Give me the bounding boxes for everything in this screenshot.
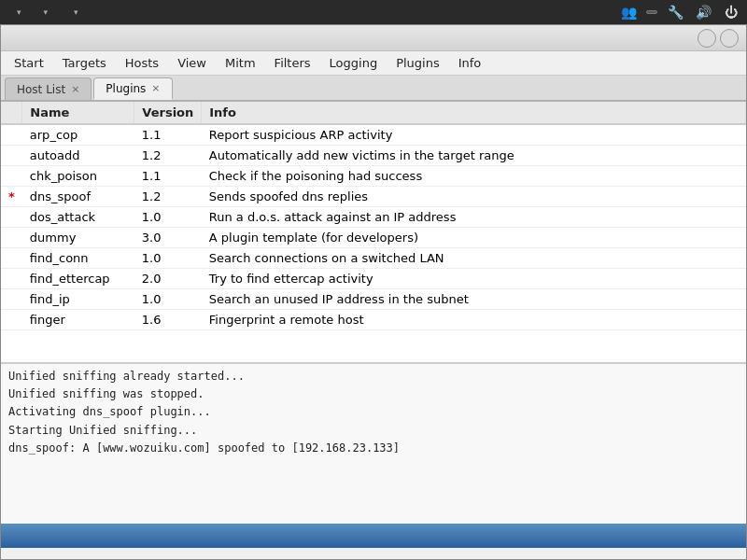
log-line: dns_spoof: A [www.wozuiku.com] spoofed t… [8, 440, 739, 457]
menu-targets[interactable]: Targets [53, 53, 116, 73]
table-row[interactable]: find_ip 1.0 Search an unused IP address … [1, 289, 746, 310]
row-name: find_ettercap [22, 269, 134, 289]
row-marker [1, 166, 22, 187]
plugins-table-container: Name Version Info arp_cop 1.1 Report sus… [1, 102, 746, 363]
log-line: Activating dns_spoof plugin... [8, 403, 739, 421]
row-marker [1, 146, 22, 166]
menu-info[interactable]: Info [449, 53, 491, 73]
row-version: 1.2 [134, 187, 202, 207]
col-info: Info [202, 102, 746, 124]
tab-bar: Host List × Plugins × [1, 76, 746, 102]
row-info: Search connections on a switched LAN [202, 248, 746, 269]
table-row[interactable]: find_conn 1.0 Search connections on a sw… [1, 248, 746, 269]
row-name: dns_spoof [22, 187, 134, 207]
row-version: 1.1 [134, 166, 202, 187]
table-row[interactable]: chk_poison 1.1 Check if the poisoning ha… [1, 166, 746, 187]
menu-filters[interactable]: Filters [265, 53, 320, 73]
ettercap-menu[interactable]: ▾ [59, 6, 86, 19]
row-version: 1.2 [134, 146, 202, 166]
row-name: find_conn [22, 248, 134, 269]
table-row[interactable]: arp_cop 1.1 Report suspicious ARP activi… [1, 124, 746, 146]
row-name: arp_cop [22, 124, 134, 146]
row-marker [1, 269, 22, 289]
row-version: 3.0 [134, 228, 202, 248]
row-version: 1.6 [134, 310, 202, 330]
ettercap-chevron-icon: ▾ [74, 7, 78, 17]
minimize-button[interactable] [698, 29, 716, 48]
row-info: Sends spoofed dns replies [202, 187, 746, 207]
row-version: 1.0 [134, 289, 202, 310]
row-name: dummy [22, 228, 134, 248]
table-row[interactable]: dos_attack 1.0 Run a d.o.s. attack again… [1, 207, 746, 228]
system-bar-left: ▾ ▾ ▾ [6, 6, 86, 19]
tab-host-list[interactable]: Host List × [5, 77, 92, 100]
row-marker [1, 289, 22, 310]
main-window: Start Targets Hosts View Mitm Filters Lo… [0, 24, 747, 560]
workspace-badge[interactable] [646, 10, 657, 14]
system-bar-right: 👥 🔧 🔊 ⏻ [618, 2, 741, 22]
menu-logging[interactable]: Logging [320, 53, 388, 73]
table-row[interactable]: finger 1.6 Fingerprint a remote host [1, 310, 746, 330]
tab-host-list-close[interactable]: × [71, 84, 79, 94]
row-marker: * [1, 187, 22, 207]
row-version: 1.0 [134, 207, 202, 228]
menu-start[interactable]: Start [5, 53, 53, 73]
menu-view[interactable]: View [168, 53, 216, 73]
plugins-table: Name Version Info arp_cop 1.1 Report sus… [1, 102, 746, 330]
table-row[interactable]: dummy 3.0 A plugin template (for develop… [1, 228, 746, 248]
row-info: Fingerprint a remote host [202, 310, 746, 330]
row-info: Check if the poisoning had success [202, 166, 746, 187]
row-name: autoadd [22, 146, 134, 166]
row-marker [1, 248, 22, 269]
row-info: Search an unused IP address in the subne… [202, 289, 746, 310]
row-version: 1.0 [134, 248, 202, 269]
log-line: Unified sniffing was stopped. [8, 385, 739, 403]
menu-bar: Start Targets Hosts View Mitm Filters Lo… [1, 51, 746, 76]
row-name: finger [22, 310, 134, 330]
row-version: 2.0 [134, 269, 202, 289]
table-row[interactable]: autoadd 1.2 Automatically add new victim… [1, 146, 746, 166]
places-chevron-icon: ▾ [44, 7, 49, 17]
menu-hosts[interactable]: Hosts [116, 53, 168, 73]
row-info: Run a d.o.s. attack against an IP addres… [202, 207, 746, 228]
apps-menu[interactable]: ▾ [6, 6, 29, 19]
system-bar: ▾ ▾ ▾ 👥 🔧 🔊 ⏻ [0, 0, 747, 24]
window-controls [698, 29, 739, 48]
col-marker [1, 102, 22, 124]
close-button[interactable] [720, 29, 739, 48]
tab-host-list-label: Host List [17, 83, 65, 96]
menu-plugins[interactable]: Plugins [387, 53, 449, 73]
row-name: dos_attack [22, 207, 134, 228]
col-name: Name [22, 102, 134, 124]
people-icon[interactable]: 👥 [618, 2, 639, 22]
menu-mitm[interactable]: Mitm [216, 53, 265, 73]
title-bar [1, 25, 746, 51]
table-row[interactable]: find_ettercap 2.0 Try to find ettercap a… [1, 269, 746, 289]
log-line: Starting Unified sniffing... [8, 422, 739, 440]
table-header-row: Name Version Info [1, 102, 746, 124]
row-version: 1.1 [134, 124, 202, 146]
row-marker [1, 124, 22, 146]
apps-chevron-icon: ▾ [17, 7, 21, 17]
row-info: A plugin template (for developers) [202, 228, 746, 248]
row-marker [1, 207, 22, 228]
volume-icon[interactable]: 🔊 [693, 2, 713, 22]
table-row[interactable]: * dns_spoof 1.2 Sends spoofed dns replie… [1, 187, 746, 207]
log-area: Unified sniffing already started...Unifi… [1, 363, 746, 524]
tab-plugins[interactable]: Plugins × [93, 77, 172, 100]
row-name: chk_poison [22, 166, 134, 187]
row-marker [1, 228, 22, 248]
power-icon[interactable]: ⏻ [721, 2, 741, 22]
row-marker [1, 310, 22, 330]
bottom-bar [1, 524, 746, 548]
places-menu[interactable]: ▾ [33, 6, 56, 19]
log-line: Unified sniffing already started... [8, 368, 739, 385]
row-info: Try to find ettercap activity [202, 269, 746, 289]
network-icon[interactable]: 🔧 [665, 2, 685, 22]
row-name: find_ip [22, 289, 134, 310]
col-version: Version [134, 102, 202, 124]
tab-plugins-label: Plugins [106, 82, 146, 95]
row-info: Report suspicious ARP activity [202, 124, 746, 146]
tab-plugins-close[interactable]: × [151, 83, 160, 93]
row-info: Automatically add new victims in the tar… [202, 146, 746, 166]
